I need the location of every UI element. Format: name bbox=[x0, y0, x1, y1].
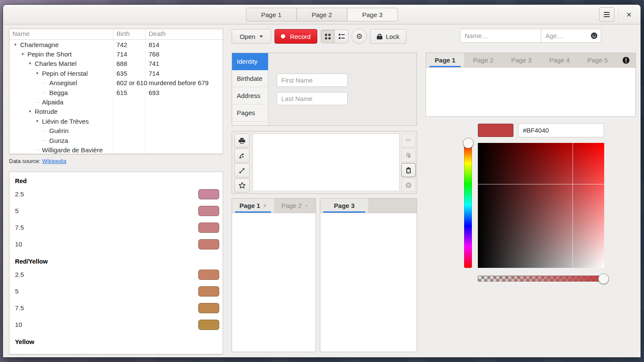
color-swatch bbox=[198, 189, 219, 199]
data-source-line: Data source: Wikipedia bbox=[9, 158, 66, 164]
tree-column-header-name[interactable]: Name bbox=[9, 29, 113, 39]
table-row[interactable]: Alpaida bbox=[9, 97, 223, 107]
notebook-right: Page 3 bbox=[320, 198, 417, 352]
color-swatch-button[interactable] bbox=[478, 124, 513, 137]
tree-cell-birth bbox=[113, 126, 146, 136]
table-row[interactable]: Gunza bbox=[9, 136, 223, 145]
list-item[interactable]: 2.5 bbox=[9, 186, 223, 202]
settings-gear-button[interactable]: ⚙ bbox=[352, 29, 367, 44]
tree-cell-death bbox=[146, 126, 223, 136]
cancel-button[interactable] bbox=[401, 178, 416, 192]
paste-button[interactable] bbox=[401, 163, 416, 177]
color-swatch bbox=[198, 239, 219, 249]
expander-icon[interactable]: ▼ bbox=[27, 110, 35, 113]
list-item[interactable]: 5 bbox=[9, 202, 223, 219]
hue-slider[interactable] bbox=[464, 142, 472, 268]
alpha-slider-handle[interactable] bbox=[598, 273, 609, 284]
saturation-value-plane[interactable] bbox=[478, 143, 604, 268]
table-row[interactable]: ▼Pepin the Short714768 bbox=[9, 49, 223, 59]
open-menu-button[interactable]: Open bbox=[232, 29, 271, 44]
sidebar-item-address[interactable]: Address bbox=[232, 87, 268, 104]
color-section-title: Red/Yellow bbox=[9, 252, 223, 266]
table-row[interactable]: Guérin bbox=[9, 126, 223, 136]
close-window-button[interactable]: × bbox=[623, 8, 635, 21]
cut-button[interactable]: ✂ bbox=[401, 133, 416, 147]
expander-icon[interactable]: ▼ bbox=[35, 119, 42, 123]
table-row[interactable]: ▼Rotrude bbox=[9, 107, 223, 116]
color-value-label: 5 bbox=[15, 207, 198, 214]
lock-button[interactable]: Lock bbox=[370, 29, 406, 44]
open-button-label: Open bbox=[240, 33, 256, 40]
tab-page-1[interactable]: Page 1× bbox=[232, 199, 274, 213]
list-item[interactable]: 2.5 bbox=[9, 266, 223, 283]
list-view-toggle-button[interactable] bbox=[334, 30, 349, 43]
tree-row-name: Liévin de Trèves bbox=[42, 118, 89, 125]
expander-icon[interactable]: ▼ bbox=[20, 52, 27, 56]
sidebar-item-pages[interactable]: Pages bbox=[232, 104, 268, 122]
expander-icon[interactable]: ▼ bbox=[27, 62, 35, 65]
grid-view-toggle-button[interactable] bbox=[321, 30, 335, 43]
tree-cell-name: Willigarde de Bavière bbox=[9, 145, 113, 154]
hue-slider-handle[interactable] bbox=[463, 138, 474, 148]
tab-page-2[interactable]: Page 2× bbox=[274, 199, 316, 213]
tab-page-4[interactable]: Page 4 bbox=[540, 53, 578, 67]
tab-page-1[interactable]: Page 1 bbox=[426, 53, 464, 67]
sidebar-item-identity[interactable]: Identity bbox=[232, 53, 268, 70]
table-row[interactable]: ▼Liévin de Trèves bbox=[9, 116, 223, 126]
favorite-button[interactable] bbox=[234, 178, 250, 193]
hex-color-input[interactable] bbox=[518, 123, 604, 137]
header-tab-page-2[interactable]: Page 2 bbox=[296, 8, 347, 21]
age-entry-wrap bbox=[541, 29, 601, 43]
list-item[interactable]: 10 bbox=[9, 316, 223, 333]
tree-header: NameBirthDeath bbox=[9, 29, 223, 40]
tree-cell-name: Alpaida bbox=[9, 97, 113, 107]
header-tab-page-3[interactable]: Page 3 bbox=[347, 8, 398, 21]
expander-icon[interactable]: ▼ bbox=[35, 71, 42, 75]
last-name-field[interactable] bbox=[277, 92, 348, 105]
table-row[interactable]: Begga615693 bbox=[9, 88, 223, 97]
tree-row-name: Guérin bbox=[49, 127, 69, 134]
drawing-canvas[interactable] bbox=[253, 134, 400, 191]
copy-icon bbox=[405, 152, 412, 159]
table-row[interactable]: ▼Pepin of Herstal635714 bbox=[9, 68, 223, 78]
lock-button-label: Lock bbox=[386, 33, 400, 40]
warning-button[interactable] bbox=[617, 53, 635, 67]
name-input[interactable] bbox=[460, 29, 541, 43]
table-row[interactable]: Ansegisel602 or 610murdered before 679 bbox=[9, 78, 223, 88]
tab-page-5[interactable]: Page 5 bbox=[578, 53, 617, 67]
table-row[interactable]: ▼Charles Martel688741 bbox=[9, 59, 223, 68]
tab-page-3[interactable]: Page 3 bbox=[320, 199, 368, 213]
alpha-slider[interactable] bbox=[478, 276, 604, 282]
header-tab-page-1[interactable]: Page 1 bbox=[246, 8, 297, 21]
list-item[interactable]: 5 bbox=[9, 283, 223, 300]
identity-form-area bbox=[268, 53, 417, 125]
tab-close-icon[interactable]: × bbox=[263, 202, 267, 209]
tab-close-icon[interactable]: × bbox=[305, 202, 308, 209]
list-item[interactable]: 10 bbox=[9, 236, 223, 252]
list-item[interactable]: 7.5 bbox=[9, 300, 223, 316]
tab-page-3[interactable]: Page 3 bbox=[502, 53, 540, 67]
list-item[interactable]: 7.5 bbox=[9, 219, 223, 236]
first-name-field[interactable] bbox=[277, 74, 348, 87]
tree-cell-name: Ansegisel bbox=[9, 78, 113, 88]
hamburger-menu-button[interactable] bbox=[599, 7, 614, 22]
sidebar-item-birthdate[interactable]: Birthdate bbox=[232, 70, 268, 87]
expander-icon[interactable]: ▼ bbox=[13, 43, 20, 47]
emoji-picker-button[interactable] bbox=[590, 32, 598, 39]
table-row[interactable]: ▼Charlemagne742814 bbox=[9, 40, 223, 49]
resize-diagonal-icon bbox=[239, 167, 245, 174]
table-row[interactable]: Willigarde de Bavière bbox=[9, 145, 223, 154]
notebook-right-bar: Page 3 bbox=[320, 199, 417, 213]
wikipedia-link[interactable]: Wikipedia bbox=[42, 158, 66, 164]
share-button[interactable] bbox=[234, 148, 250, 163]
tab-page-2[interactable]: Page 2 bbox=[464, 53, 502, 67]
resize-button[interactable] bbox=[234, 163, 250, 178]
tree-cell-death bbox=[146, 116, 223, 126]
copy-button[interactable] bbox=[401, 148, 416, 162]
tree-cell-death bbox=[146, 145, 223, 154]
record-button[interactable]: Record bbox=[274, 29, 317, 44]
print-button[interactable] bbox=[234, 134, 250, 148]
tree-column-header-birth[interactable]: Birth bbox=[113, 29, 146, 39]
tree-row-name: Charlemagne bbox=[20, 41, 59, 48]
tree-column-header-death[interactable]: Death bbox=[146, 29, 223, 39]
